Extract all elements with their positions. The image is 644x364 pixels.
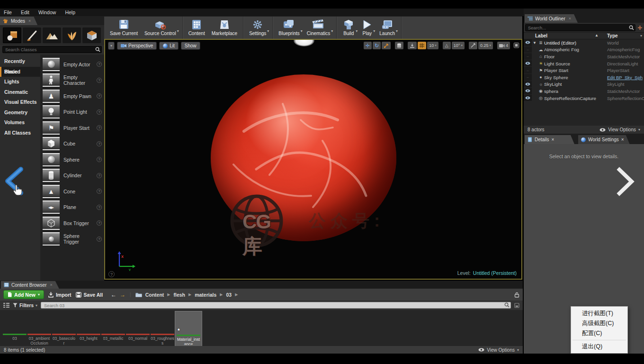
outliner-view-options-button[interactable]: View Options ▾: [599, 127, 640, 132]
level-viewport[interactable]: ▾ Perspective Lit Show ✛ ↻: [104, 39, 522, 280]
visibility-toggle[interactable]: [524, 95, 532, 102]
grid-snap-button[interactable]: [418, 42, 426, 49]
menu-item-take-screenshot[interactable]: 进行截图(T): [571, 309, 627, 318]
tab-world-settings[interactable]: World Settings ×: [578, 135, 630, 144]
dropdown-caret-icon[interactable]: ▾: [396, 29, 398, 33]
tab-content-browser[interactable]: Content Browser ×: [1, 281, 59, 289]
outliner-row-floor[interactable]: – ⌂ Floor StaticMeshActor: [524, 53, 644, 60]
settings-button[interactable]: Settings: [246, 17, 269, 39]
lit-button[interactable]: Lit: [159, 42, 179, 50]
placeable-box-trigger[interactable]: Box Trigger ?: [43, 215, 103, 231]
asset-tile-03-roughness[interactable]: 03_roughness: [151, 311, 174, 346]
placeable-player-start[interactable]: ⚑ Player Start ?: [43, 120, 103, 136]
surface-snap-button[interactable]: [408, 42, 417, 49]
save-current-button[interactable]: Save Current: [107, 17, 141, 39]
visibility-toggle[interactable]: –: [524, 74, 532, 81]
help-icon[interactable]: ?: [97, 237, 102, 242]
placeable-plane[interactable]: ◆ Plane ?: [43, 200, 103, 216]
help-icon[interactable]: ?: [97, 78, 102, 83]
translate-tool-button[interactable]: ✛: [364, 42, 372, 49]
viewport-options-button[interactable]: ▾: [108, 42, 115, 50]
build-button[interactable]: Build: [339, 17, 358, 39]
visibility-toggle[interactable]: [524, 81, 532, 88]
asset-tile-03[interactable]: 03: [3, 311, 27, 341]
outliner-row-sphera[interactable]: ◉ sphera StaticMeshActor: [524, 88, 644, 95]
help-icon[interactable]: ?: [97, 62, 102, 67]
filters-button[interactable]: Filters ▾: [13, 303, 37, 308]
back-button[interactable]: ←: [111, 291, 116, 298]
close-icon[interactable]: ×: [621, 137, 624, 142]
menu-edit[interactable]: Edit: [21, 9, 29, 15]
help-icon[interactable]: ?: [97, 189, 102, 194]
visibility-toggle[interactable]: [524, 88, 532, 95]
forward-button[interactable]: →: [120, 291, 125, 298]
lock-button[interactable]: [514, 292, 519, 298]
category-visual-effects[interactable]: Visual Effects: [0, 97, 40, 108]
perspective-button[interactable]: Perspective: [117, 42, 157, 50]
outliner-row-sky-sphere[interactable]: – ● Sky Sphere Edit BP_Sky_Sph: [524, 74, 644, 81]
placeable-cylinder[interactable]: Cylinder ?: [43, 168, 103, 184]
marketplace-button[interactable]: Marketplace: [208, 17, 241, 39]
outliner-row-player-start[interactable]: – ⚑ Player Start PlayerStart: [524, 67, 644, 74]
dropdown-caret-icon[interactable]: ▾: [267, 29, 269, 33]
menu-window[interactable]: Window: [38, 9, 56, 15]
play-button[interactable]: Play: [358, 17, 376, 39]
asset-tile-03-ambient-occlusion[interactable]: 03_ambientOcclusion: [27, 311, 51, 346]
placeable-empty-character[interactable]: Empty Character ?: [43, 73, 103, 89]
place-mode-button[interactable]: [3, 27, 21, 43]
help-icon[interactable]: ?: [97, 141, 102, 146]
help-icon[interactable]: ?: [97, 173, 102, 178]
save-search-icon[interactable]: [514, 303, 519, 308]
breadcrumb-materials[interactable]: materials: [195, 292, 216, 298]
outliner-row-skylight[interactable]: ☼ SkyLight SkyLight: [524, 81, 644, 88]
category-geometry[interactable]: Geometry: [0, 108, 40, 118]
menu-file[interactable]: File: [4, 9, 12, 15]
tab-world-outliner[interactable]: World Outliner ×: [525, 14, 578, 23]
category-cinematic[interactable]: Cinematic: [0, 87, 40, 98]
camera-speed-button[interactable]: 4: [497, 42, 510, 49]
menu-help[interactable]: Help: [65, 9, 75, 15]
search-options-icon[interactable]: [637, 25, 643, 30]
asset-tile-03-height[interactable]: 03_height: [77, 311, 100, 341]
visibility-toggle[interactable]: –: [524, 46, 532, 54]
scale-snap-value-button[interactable]: 0.25▾: [478, 42, 493, 49]
close-icon[interactable]: ×: [28, 18, 31, 23]
category-all-classes[interactable]: All Classes: [0, 128, 40, 138]
placeable-empty-pawn[interactable]: ♟ Empty Pawn ?: [43, 88, 103, 104]
scale-tool-button[interactable]: [382, 42, 391, 49]
import-button[interactable]: Import: [48, 292, 72, 298]
outliner-search-input[interactable]: [525, 24, 635, 31]
close-icon[interactable]: ×: [50, 282, 52, 287]
outliner-column-headers[interactable]: Label ▲ Type ▾: [524, 32, 644, 39]
classes-search-input[interactable]: [2, 46, 102, 53]
visibility-toggle[interactable]: [524, 60, 532, 67]
placeable-cube[interactable]: Cube ?: [43, 136, 103, 152]
show-button[interactable]: Show: [181, 42, 200, 50]
category-volumes[interactable]: Volumes: [0, 118, 40, 128]
breadcrumb-03[interactable]: 03: [226, 292, 232, 298]
dropdown-caret-icon[interactable]: ▾: [356, 29, 358, 33]
help-icon[interactable]: ?: [97, 109, 102, 115]
content-view-options-button[interactable]: View Options ▾: [478, 347, 519, 353]
help-icon[interactable]: ?: [97, 157, 102, 162]
outliner-row-untitled[interactable]: ▼ ≣ Untitled (Editor) World: [524, 39, 644, 46]
visibility-toggle[interactable]: –: [524, 67, 532, 74]
asset-tile-material-instance[interactable]: * Material_instance: [175, 311, 202, 346]
source-control-button[interactable]: Source Control: [141, 17, 179, 39]
save-all-button[interactable]: Save All: [76, 292, 103, 298]
foliage-mode-button[interactable]: [63, 27, 81, 43]
menu-item-advanced-screenshot[interactable]: 高级截图(C): [571, 318, 627, 328]
asset-tile-03-normal[interactable]: 03_normal: [126, 311, 150, 341]
expander-icon[interactable]: ▼: [533, 41, 537, 45]
tab-details[interactable]: Details ×: [525, 135, 574, 144]
placeable-empty-actor[interactable]: Empty Actor ?: [43, 56, 103, 73]
menu-item-exit[interactable]: 退出(Q): [571, 342, 627, 352]
close-icon[interactable]: ×: [569, 16, 571, 21]
placeable-sphere-trigger[interactable]: Sphere Trigger ?: [43, 231, 103, 247]
world-local-toggle-button[interactable]: [395, 42, 403, 49]
placeable-cone[interactable]: ▲ Cone ?: [43, 183, 103, 200]
breadcrumb-flesh[interactable]: flesh: [174, 292, 186, 298]
dropdown-caret-icon[interactable]: ▾: [331, 29, 333, 33]
dropdown-caret-icon[interactable]: ▾: [301, 29, 303, 33]
visibility-toggle[interactable]: [524, 39, 532, 46]
